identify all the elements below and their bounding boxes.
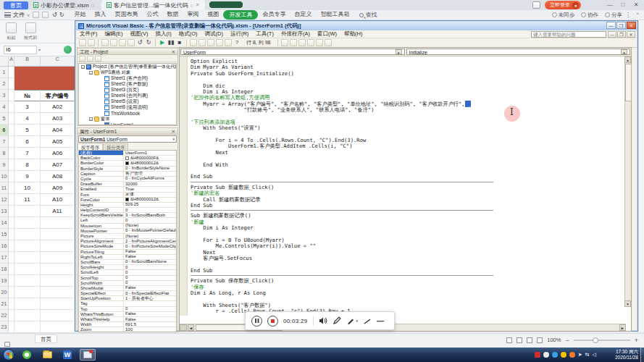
property-row[interactable]: BorderStyle 0 - fmBorderStyleNone	[79, 167, 176, 172]
property-row[interactable]: ScrollWidth 0	[79, 281, 176, 286]
tray-ime-icon[interactable]	[543, 352, 549, 358]
menu-item[interactable]: 外接程序(A)	[277, 30, 314, 38]
scroll-left-icon[interactable]: ◀	[188, 324, 194, 331]
property-row[interactable]: StartUpPosition 1 - 所有者中心	[79, 296, 176, 301]
code-line[interactable]: Private Sub 新建数据_Click()	[191, 185, 493, 190]
project-tree-item[interactable]: − 窗体	[79, 116, 176, 122]
property-row[interactable]: MouseIcon (None)	[79, 224, 176, 229]
code-line[interactable]: End Sub	[191, 268, 493, 274]
row-header[interactable]: 21	[0, 298, 9, 310]
property-row[interactable]: Caption 客户管理	[79, 172, 176, 177]
cell-b[interactable]	[14, 264, 41, 275]
tree-expander-icon[interactable]: −	[89, 71, 93, 75]
cell-c[interactable]: A11	[41, 206, 75, 217]
column-header-b[interactable]: B	[14, 56, 41, 66]
code-line[interactable]: End Sub	[191, 203, 493, 209]
cell-a[interactable]	[9, 229, 14, 240]
column-header-a[interactable]: A	[9, 56, 14, 66]
property-row[interactable]: MousePointer 0 - fmMousePointerDefault	[79, 229, 176, 234]
help-search-input[interactable]	[531, 31, 606, 38]
tray-sync-icon[interactable]: ⇆	[585, 352, 590, 358]
taskbar-item-explorer[interactable]	[39, 349, 55, 361]
cell-b[interactable]	[14, 206, 41, 217]
property-row[interactable]: BorderColor &H80000012&	[79, 161, 176, 166]
panel-close-icon[interactable]: ✕	[172, 128, 175, 134]
highlighter-icon[interactable]	[346, 316, 355, 325]
scroll-up-icon[interactable]: ▲	[624, 56, 631, 63]
pane-split-handle[interactable]	[180, 324, 187, 331]
taskbar-item-browser[interactable]	[19, 349, 35, 361]
cell-a[interactable]	[9, 67, 14, 78]
apps-icon[interactable]	[532, 1, 540, 9]
property-row[interactable]: DrawBuffer 32000	[79, 182, 176, 187]
zoom-slider[interactable]	[574, 340, 630, 341]
cell-c[interactable]: A02	[41, 101, 75, 113]
tab-categorized[interactable]: 按分类序	[103, 143, 128, 150]
property-row[interactable]: WhatsThisHelp False	[79, 317, 176, 322]
start-button[interactable]	[3, 349, 14, 361]
ribbon-tab[interactable]: 页面布局	[110, 10, 142, 20]
scrollbar-thumb[interactable]	[625, 64, 632, 101]
row-header[interactable]: 22	[0, 310, 9, 321]
code-line[interactable]	[191, 114, 493, 119]
row-header[interactable]: 15	[0, 229, 9, 240]
cell-a[interactable]	[9, 159, 14, 171]
row-header[interactable]: 19	[0, 275, 9, 287]
code-line[interactable]: Me.Controls(Myarr(i)).Value = ""	[191, 243, 493, 249]
ribbon-action[interactable]: 协作	[581, 12, 598, 19]
zoom-level[interactable]: 100%	[547, 337, 561, 343]
code-line[interactable]: End Sub	[191, 174, 493, 180]
cell-a[interactable]	[9, 275, 14, 287]
redo-icon[interactable]: ↻	[58, 12, 65, 19]
cell-b[interactable]	[14, 217, 41, 229]
cell-b[interactable]	[14, 252, 41, 264]
cell-c[interactable]	[41, 217, 75, 229]
code-line[interactable]: Private Sub 保存数据_Click()	[191, 278, 493, 284]
cell-a[interactable]	[9, 148, 14, 159]
breakpoint-icon[interactable]	[325, 39, 332, 46]
cell-b[interactable]: 10	[14, 182, 41, 194]
ribbon-tab[interactable]: 数据	[162, 10, 183, 20]
menu-item[interactable]: 编辑(E)	[101, 30, 127, 38]
undo-icon[interactable]: ↺	[51, 12, 58, 19]
design-mode-icon[interactable]	[190, 39, 197, 46]
code-line[interactable]: UserForm1.客户类型.AddItem .Cells(i, "C")	[191, 143, 493, 149]
macro-record-icon[interactable]	[4, 342, 10, 347]
cell-a[interactable]	[9, 171, 14, 182]
uncomment-block-icon[interactable]	[290, 39, 297, 46]
property-row[interactable]: Enabled True	[79, 187, 176, 192]
normal-view-icon[interactable]	[506, 337, 512, 343]
child-minimize-button[interactable]: —	[608, 31, 616, 38]
cell-c[interactable]: A09	[41, 182, 75, 194]
tray-red-app-icon[interactable]	[535, 352, 540, 358]
child-restore-button[interactable]: ❐	[617, 31, 626, 38]
name-box[interactable]	[4, 46, 37, 54]
ribbon-tab[interactable]: 审阅	[183, 10, 203, 20]
tray-blue-icon[interactable]	[552, 352, 558, 358]
menu-item[interactable]: 文件(F)	[76, 30, 101, 38]
cell-b[interactable]: 5	[14, 125, 41, 136]
reading-view-icon[interactable]	[537, 337, 543, 343]
cell-b[interactable]: 6	[14, 136, 41, 148]
row-header[interactable]: 14	[0, 217, 9, 229]
property-row[interactable]: PictureSizeMode 0 - fmPictureSizeModeCli…	[79, 244, 176, 249]
cell-a[interactable]	[9, 217, 14, 229]
cell-a[interactable]	[9, 264, 14, 275]
document-tab[interactable]: 客户信息管理...编一体化代码 ○ ✕	[101, 0, 205, 10]
ribbon-tab[interactable]: 公式	[142, 10, 162, 20]
name-box-caret-icon[interactable]: ▾	[38, 47, 41, 52]
code-line[interactable]: Sub 新建档案数据记录()	[191, 213, 493, 219]
row-header[interactable]: 12	[0, 194, 9, 206]
code-editor[interactable]: Option Explicit Dim Myarr As Variant Pri…	[180, 56, 631, 316]
properties-panel-header[interactable]: 属性 - UserForm1 ✕	[78, 128, 177, 135]
cell-c[interactable]	[41, 240, 75, 252]
sheet-tab[interactable]: 首页	[35, 334, 57, 343]
assistant-icon[interactable]	[64, 46, 72, 54]
tray-yellow-icon[interactable]	[561, 352, 566, 358]
row-header[interactable]: 4	[0, 101, 9, 113]
ribbon-tab[interactable]: 会员专享	[258, 10, 290, 20]
undo-icon[interactable]: ↺	[136, 39, 143, 46]
code-line[interactable]: Call 新建档案数据记录	[191, 197, 493, 203]
cell-a[interactable]	[9, 113, 14, 125]
tab-alphabetic[interactable]: 按字母序	[78, 143, 103, 150]
